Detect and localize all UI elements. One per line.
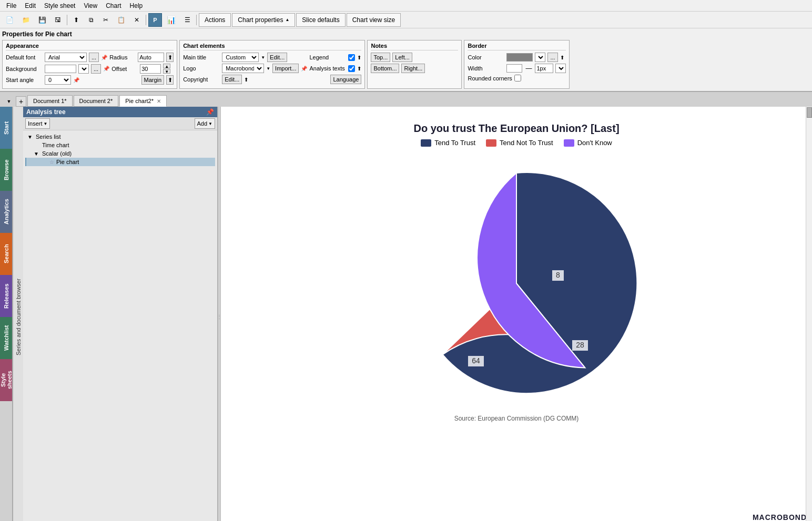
sidebar-tab-browse[interactable]: Browse: [0, 149, 12, 191]
radius-expand-btn[interactable]: ⬆: [166, 53, 174, 62]
toolbar-sep-2: [146, 15, 146, 25]
font-select[interactable]: Arial: [45, 53, 87, 62]
menu-view[interactable]: View: [79, 1, 102, 11]
chart-elements-title: Chart elements: [183, 43, 361, 50]
chart-source: Source: European Commission (DG COMM): [454, 415, 579, 422]
menu-chart[interactable]: Chart: [102, 1, 125, 11]
offset-up[interactable]: ▲: [163, 64, 170, 68]
analysis-header-title: Analysis tree: [26, 108, 204, 116]
angle-pin[interactable]: 📌: [73, 77, 79, 83]
toolbar-more[interactable]: ☰: [180, 13, 194, 27]
toolbar-save[interactable]: 🖫: [51, 13, 65, 27]
legend-item-1: Tend Not To Trust: [486, 139, 553, 147]
notes-right-btn[interactable]: Right...: [401, 64, 425, 73]
logo-import[interactable]: Import...: [272, 64, 299, 73]
notes-bottom-btn[interactable]: Bottom...: [371, 64, 399, 73]
main-title-select[interactable]: Custom: [222, 53, 259, 62]
analysis-texts-checkbox[interactable]: [348, 65, 355, 72]
analysis-add-btn[interactable]: Add ▼: [195, 118, 216, 129]
sidebar-tab-releases[interactable]: Releases: [0, 275, 12, 317]
main-title-edit[interactable]: Edit...: [267, 53, 287, 62]
bg-pin[interactable]: 📌: [103, 66, 109, 71]
scalar-old-expander[interactable]: ▼: [34, 151, 40, 157]
sidebar-tab-watchlist[interactable]: Watchlist: [0, 317, 12, 359]
sidebar-tab-search[interactable]: Search: [0, 233, 12, 275]
tab-piechart2[interactable]: Pie chart2* ✕: [119, 95, 167, 107]
toolbar-chart-type[interactable]: 📊: [163, 13, 179, 27]
font-browse-btn[interactable]: ...: [89, 53, 99, 62]
border-color-select[interactable]: [535, 53, 545, 62]
background-select[interactable]: [78, 64, 89, 74]
margin-btn[interactable]: Margin: [141, 75, 165, 85]
toolbar-copy[interactable]: ⧉: [84, 13, 98, 27]
tree-series-list[interactable]: ▼ Series list: [25, 132, 215, 141]
menu-stylesheet[interactable]: Style sheet: [40, 1, 79, 11]
tab-document1[interactable]: Document 1*: [27, 95, 73, 107]
menu-edit[interactable]: Edit: [21, 1, 40, 11]
pie-chart-star: ☆: [49, 159, 54, 165]
offset-input[interactable]: [140, 64, 161, 74]
toolbar-chart-properties-btn[interactable]: Chart properties ▲: [232, 13, 295, 27]
startangle-row: Start angle 0 📌 Margin ⬆: [6, 75, 174, 85]
sidebar-tab-start[interactable]: Start: [0, 107, 12, 149]
analysis-header-pin[interactable]: 📌: [206, 108, 214, 116]
border-color-browse[interactable]: ...: [547, 53, 557, 62]
menu-help[interactable]: Help: [126, 1, 147, 11]
sidebar-tab-stylesheets[interactable]: Style sheets: [0, 359, 12, 401]
border-color-swatch[interactable]: [506, 53, 533, 62]
logo-pin[interactable]: 📌: [301, 66, 307, 71]
menu-file[interactable]: File: [2, 1, 21, 11]
analysis-insert-btn[interactable]: Insert ▼: [25, 118, 50, 129]
legend-expand[interactable]: ⬆: [357, 55, 361, 60]
font-pin[interactable]: 📌: [101, 55, 107, 60]
background-swatch[interactable]: [45, 65, 76, 73]
tab-add-btn[interactable]: +: [16, 96, 26, 107]
legend-label-0: Tend To Trust: [434, 139, 475, 147]
notes-top-btn[interactable]: Top...: [371, 53, 390, 62]
tab-document2[interactable]: Document 2*: [74, 95, 119, 107]
scrollbar-thumb[interactable]: [807, 107, 812, 118]
tree-time-chart[interactable]: Time chart: [25, 141, 215, 149]
border-width-input[interactable]: [535, 64, 553, 73]
toolbar-presentation[interactable]: P: [148, 13, 162, 27]
tab-piechart2-close[interactable]: ✕: [157, 98, 161, 104]
toolbar-paste[interactable]: 📋: [114, 13, 129, 27]
legend-checkbox[interactable]: [348, 54, 355, 61]
vertical-scrollbar[interactable]: [806, 107, 812, 521]
analysis-toolbar: Insert ▼ Add ▼: [23, 117, 217, 130]
scalar-old-label: Scalar (old): [42, 150, 72, 157]
toolbar-open[interactable]: 📁: [18, 13, 34, 27]
offset-down[interactable]: ▼: [163, 69, 170, 74]
properties-panel: Properties for Pie chart Appearance Defa…: [0, 28, 812, 92]
sidebar-tab-analytics[interactable]: Analytics: [0, 191, 12, 233]
tree-scalar-old[interactable]: ▼ Scalar (old): [25, 149, 215, 158]
border-width-unit[interactable]: [555, 64, 566, 73]
border-title: Border: [468, 43, 566, 50]
background-browse-btn[interactable]: ...: [91, 64, 101, 74]
menubar: File Edit Style sheet View Chart Help: [0, 0, 812, 12]
toolbar-save-as[interactable]: 💾: [35, 13, 50, 27]
toolbar-share[interactable]: ⬆: [69, 13, 83, 27]
copyright-expand[interactable]: ⬆: [244, 77, 248, 83]
sidebar-tabs: Start Browse Analytics Search Releases W…: [0, 107, 13, 521]
radius-input[interactable]: [138, 53, 164, 62]
toolbar-slice-defaults-btn[interactable]: Slice defaults: [296, 13, 345, 27]
margin-expand[interactable]: ⬆: [166, 75, 174, 85]
toolbar-delete[interactable]: ✕: [130, 13, 144, 27]
border-expand[interactable]: ⬆: [560, 55, 564, 60]
copyright-edit[interactable]: Edit...: [222, 75, 242, 84]
notes-left-btn[interactable]: Left...: [392, 53, 412, 62]
analysis-texts-expand[interactable]: ⬆: [357, 66, 361, 71]
tree-pie-chart[interactable]: ☆ Pie chart: [25, 158, 215, 166]
series-browser-tab[interactable]: Series and document browser: [13, 107, 23, 521]
startangle-select[interactable]: 0: [45, 75, 71, 85]
tab-dropdown[interactable]: ▼: [2, 96, 16, 107]
toolbar-chart-view-size-btn[interactable]: Chart view size: [347, 13, 401, 27]
series-list-expander[interactable]: ▼: [27, 134, 34, 140]
toolbar-cut[interactable]: ✂: [99, 13, 113, 27]
language-btn[interactable]: Language: [330, 75, 361, 84]
toolbar-actions-btn[interactable]: Actions: [199, 13, 231, 27]
logo-select[interactable]: Macrobond: [222, 64, 264, 73]
toolbar-new[interactable]: 📄: [2, 13, 17, 27]
rounded-corners-checkbox[interactable]: [514, 75, 521, 81]
